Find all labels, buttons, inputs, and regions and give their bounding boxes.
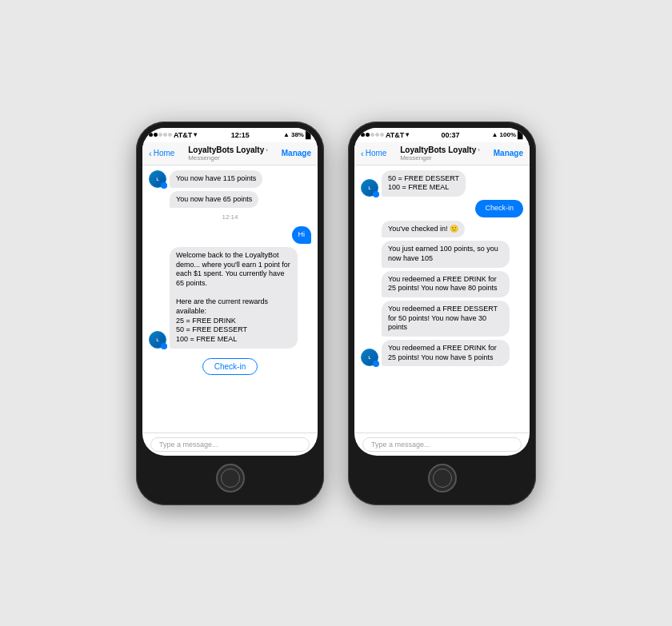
chat-subtitle: Messenger	[400, 154, 480, 161]
chevron-icon: ›	[478, 146, 480, 154]
battery-label: 100%	[500, 131, 516, 138]
message-bubble: You redeemed a FREE DESSERT for 50 point…	[382, 301, 510, 337]
message-bubble: You just earned 100 points, so you now h…	[382, 241, 510, 267]
chat-subtitle: Messenger	[188, 154, 268, 161]
message-row: You've checked in! 🙂	[361, 221, 523, 238]
location-icon: ▲	[283, 131, 290, 138]
message-row: You redeemed a FREE DRINK for 25 points!…	[361, 271, 523, 297]
status-left: AT&T ▾	[149, 131, 197, 139]
phones-container: AT&T ▾12:15▲38%▉‹ HomeLoyaltyBots Loyalt…	[120, 106, 552, 521]
message-input-bar: Type a message...	[142, 433, 318, 456]
message-input-field[interactable]: Type a message...	[150, 437, 310, 452]
chat-area: LYou now have 115 pointsYou now have 65 …	[142, 165, 318, 433]
manage-button[interactable]: Manage	[494, 149, 523, 157]
bot-avatar: L	[361, 179, 378, 197]
chevron-icon: ›	[266, 146, 268, 154]
message-row: You redeemed a FREE DESSERT for 50 point…	[361, 301, 523, 337]
message-row: You now have 65 points	[149, 191, 311, 209]
phone-left: AT&T ▾12:15▲38%▉‹ HomeLoyaltyBots Loyalt…	[136, 122, 324, 505]
carrier-label: AT&T	[174, 131, 192, 139]
status-left: AT&T ▾	[361, 131, 409, 139]
manage-button[interactable]: Manage	[282, 149, 311, 157]
message-bubble: Hi	[292, 226, 312, 244]
nav-center: LoyaltyBots Loyalty ›Messenger	[400, 146, 480, 161]
message-bubble: 50 = FREE DESSERT 100 = FREE MEAL	[382, 170, 466, 197]
home-button[interactable]	[216, 464, 245, 492]
status-bar: AT&T ▾12:15▲38%▉	[142, 128, 318, 142]
bot-avatar: L	[361, 349, 378, 366]
message-bubble: You now have 65 points	[170, 191, 258, 209]
chat-area: L50 = FREE DESSERT 100 = FREE MEALCheck-…	[354, 165, 530, 433]
message-row: Hi	[149, 226, 311, 244]
timestamp: 12:14	[149, 213, 311, 221]
chat-title: LoyaltyBots Loyalty ›	[400, 146, 480, 154]
message-row: L50 = FREE DESSERT 100 = FREE MEAL	[361, 170, 523, 197]
phone-bottom	[354, 456, 530, 499]
bot-avatar: L	[149, 331, 166, 349]
carrier-label: AT&T	[386, 131, 404, 139]
battery-label: 38%	[291, 131, 304, 138]
back-button[interactable]: ‹ Home	[361, 149, 386, 158]
wifi-icon: ▾	[194, 131, 197, 138]
wifi-icon: ▾	[406, 131, 409, 138]
message-row: LWelcome back to the LoyaltyBot demo... …	[149, 247, 311, 349]
battery-icon: ▉	[518, 131, 523, 139]
checkin-button[interactable]: Check-in	[202, 358, 258, 375]
message-bubble: You redeemed a FREE DRINK for 25 points!…	[382, 271, 510, 297]
message-bubble: You redeemed a FREE DRINK for 25 points!…	[382, 340, 510, 366]
nav-center: LoyaltyBots Loyalty ›Messenger	[188, 146, 268, 161]
time-display: 12:15	[231, 131, 250, 139]
message-bubble: You've checked in! 🙂	[382, 221, 465, 238]
home-button[interactable]	[428, 464, 457, 492]
nav-bar: ‹ HomeLoyaltyBots Loyalty ›MessengerMana…	[354, 142, 530, 165]
status-right: ▲38%▉	[283, 131, 311, 139]
nav-bar: ‹ HomeLoyaltyBots Loyalty ›MessengerMana…	[142, 142, 318, 165]
location-icon: ▲	[492, 131, 498, 138]
message-input-field[interactable]: Type a message...	[362, 437, 522, 452]
chat-title: LoyaltyBots Loyalty ›	[188, 146, 268, 154]
message-input-bar: Type a message...	[354, 433, 530, 456]
message-bubble: Check-in	[475, 200, 523, 217]
status-right: ▲100%▉	[492, 131, 523, 139]
time-display: 00:37	[441, 131, 459, 139]
message-row: You just earned 100 points, so you now h…	[361, 241, 523, 267]
phone-right: AT&T ▾00:37▲100%▉‹ HomeLoyaltyBots Loyal…	[348, 122, 536, 505]
back-button[interactable]: ‹ Home	[149, 149, 174, 158]
message-row: Check-in	[361, 200, 523, 217]
battery-icon: ▉	[306, 131, 311, 139]
bot-avatar: L	[149, 170, 166, 188]
message-bubble: You now have 115 points	[170, 170, 262, 188]
message-row: LYou redeemed a FREE DRINK for 25 points…	[361, 340, 523, 366]
status-bar: AT&T ▾00:37▲100%▉	[354, 128, 530, 142]
message-row: LYou now have 115 points	[149, 170, 311, 188]
message-bubble: Welcome back to the LoyaltyBot demo... w…	[170, 247, 298, 349]
phone-bottom	[142, 456, 318, 499]
